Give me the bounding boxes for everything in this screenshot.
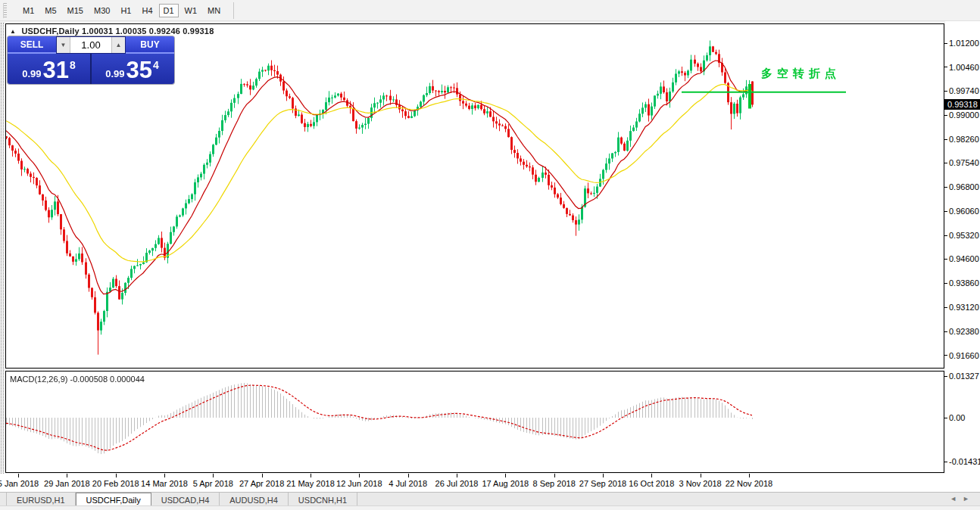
price-axis-label: 1.01200 bbox=[949, 39, 979, 48]
price-axis-label: 0.99740 bbox=[949, 86, 979, 95]
volume-increase-icon[interactable]: ▲ bbox=[111, 37, 125, 53]
timeframe-button-h4[interactable]: H4 bbox=[137, 4, 157, 17]
timeframe-button-d1[interactable]: D1 bbox=[159, 4, 179, 17]
price-axis-tick bbox=[944, 259, 947, 260]
sell-price-main: 31 bbox=[43, 59, 69, 82]
date-axis-tick bbox=[408, 474, 409, 477]
tab-usdcad-h4[interactable]: USDCAD,H4 bbox=[151, 493, 220, 505]
volume-decrease-icon[interactable]: ▼ bbox=[57, 37, 70, 53]
price-axis-tick bbox=[944, 115, 947, 116]
mt4-terminal: M1M5M15M30H1H4D1W1MN ▲ USDCHF,Daily 1.00… bbox=[0, 0, 980, 510]
macd-axis-tick bbox=[944, 418, 947, 418]
price-axis-label: 0.96060 bbox=[949, 207, 979, 216]
date-axis-label: 4 Jul 2018 bbox=[389, 479, 427, 488]
chart-ohlc-values: 1.00031 1.00035 0.99246 0.99318 bbox=[82, 26, 214, 36]
timeframe-button-m15[interactable]: M15 bbox=[63, 4, 88, 17]
macd-axis-label: 0.00 bbox=[949, 413, 965, 422]
tab-scroll-left-icon[interactable]: ◄ bbox=[950, 495, 963, 502]
sell-price-button[interactable]: 0.99 31 8 bbox=[8, 54, 90, 84]
date-axis-label: 20 Feb 2018 bbox=[92, 479, 139, 488]
timeframe-buttons: M1M5M15M30H1H4D1W1MN bbox=[17, 4, 226, 17]
buy-button[interactable]: BUY bbox=[126, 36, 174, 54]
date-axis-label: 21 May 2018 bbox=[286, 479, 335, 488]
price-axis-label: 1.00460 bbox=[949, 63, 979, 72]
buy-price-button[interactable]: 0.99 35 4 bbox=[90, 54, 173, 84]
price-axis-label: 0.98260 bbox=[949, 135, 979, 144]
collapse-triangle-icon[interactable]: ▲ bbox=[10, 28, 16, 35]
price-axis-tick bbox=[944, 331, 947, 332]
price-axis-label: 0.93860 bbox=[949, 278, 979, 288]
date-axis-tick bbox=[603, 474, 604, 477]
price-axis-label: 0.91660 bbox=[949, 351, 979, 360]
date-axis-tick bbox=[67, 474, 67, 477]
sell-button[interactable]: SELL bbox=[8, 36, 56, 54]
buy-price-pip: 4 bbox=[153, 59, 159, 71]
price-axis-tick bbox=[944, 211, 947, 212]
volume-spinner: ▼ 1.00 ▲ bbox=[56, 36, 126, 54]
price-axis-label: 0.94600 bbox=[949, 254, 979, 263]
tab-scroll-right-icon[interactable]: ► bbox=[963, 495, 975, 502]
price-axis-tick bbox=[944, 67, 947, 67]
price-axis-tick bbox=[944, 235, 947, 236]
date-axis-tick bbox=[457, 474, 457, 477]
toolbar-grip-handle[interactable] bbox=[3, 3, 7, 18]
volume-input[interactable]: 1.00 bbox=[70, 37, 111, 53]
price-axis-label: 0.95320 bbox=[949, 231, 979, 240]
chart-tabbar: EURUSD,H1USDCHF,DailyUSDCAD,H4AUDUSD,H4U… bbox=[0, 492, 980, 505]
current-price-badge: 0.99318 bbox=[944, 99, 980, 110]
sell-price-pip: 8 bbox=[70, 59, 76, 71]
date-axis-tick bbox=[311, 474, 311, 477]
timeframe-toolbar: M1M5M15M30H1H4D1W1MN bbox=[0, 0, 980, 21]
date-axis-label: 22 Nov 2018 bbox=[726, 479, 772, 488]
candlestick-chart-canvas[interactable] bbox=[5, 23, 944, 473]
price-axis-tick bbox=[944, 187, 947, 188]
price-axis-label: 0.93120 bbox=[949, 303, 979, 312]
window-edge-grip[interactable] bbox=[1, 23, 4, 505]
date-axis-label: 27 Sep 2018 bbox=[579, 479, 626, 488]
tab-eurusd-h1[interactable]: EURUSD,H1 bbox=[6, 493, 76, 505]
date-axis-tick bbox=[18, 474, 19, 477]
macd-axis-label: 0.01327 bbox=[949, 372, 979, 381]
chart-tabs: EURUSD,H1USDCHF,DailyUSDCAD,H4AUDUSD,H4U… bbox=[6, 493, 357, 505]
macd-axis-tick bbox=[944, 462, 947, 462]
date-axis-tick bbox=[701, 474, 701, 477]
date-axis-tick bbox=[749, 474, 750, 477]
tab-audusd-h4[interactable]: AUDUSD,H4 bbox=[220, 493, 289, 505]
date-axis-tick bbox=[651, 474, 652, 477]
timeframe-button-m5[interactable]: M5 bbox=[40, 4, 61, 17]
date-axis-label: 29 Jan 2018 bbox=[44, 479, 90, 488]
timeframe-button-w1[interactable]: W1 bbox=[180, 4, 202, 17]
date-axis-label: 3 Nov 2018 bbox=[679, 479, 721, 488]
date-axis-tick bbox=[359, 474, 360, 477]
timeframe-button-m30[interactable]: M30 bbox=[89, 4, 114, 17]
macd-axis-tick bbox=[944, 376, 947, 377]
buy-price-prefix: 0.99 bbox=[105, 68, 124, 79]
timeframe-button-m1[interactable]: M1 bbox=[18, 4, 39, 17]
price-axis-tick bbox=[944, 307, 947, 308]
one-click-trading-panel: SELL ▼ 1.00 ▲ BUY 0.99 31 8 0.99 35 4 bbox=[8, 36, 174, 84]
price-axis-tick bbox=[944, 43, 947, 44]
date-axis-label: 14 Mar 2018 bbox=[141, 479, 188, 488]
date-axis-label: 5 Jan 2018 bbox=[0, 479, 39, 488]
macd-axis-label: -0.01431 bbox=[949, 457, 980, 466]
date-axis-label: 12 Jun 2018 bbox=[336, 479, 382, 488]
price-axis-tick bbox=[944, 91, 947, 92]
date-axis: 5 Jan 201829 Jan 201820 Feb 201814 Mar 2… bbox=[0, 474, 980, 492]
date-axis-tick bbox=[505, 474, 506, 477]
date-axis-label: 8 Sep 2018 bbox=[532, 479, 575, 488]
status-strip bbox=[0, 505, 980, 510]
price-axis-label: 0.97540 bbox=[949, 158, 979, 167]
annotation-label[interactable]: 多空转折点 bbox=[761, 67, 841, 81]
tab-usdchf-daily[interactable]: USDCHF,Daily bbox=[76, 493, 151, 505]
buy-price-main: 35 bbox=[126, 59, 152, 82]
price-axis-tick bbox=[944, 283, 947, 284]
sell-price-prefix: 0.99 bbox=[22, 68, 41, 79]
tab-scroll-arrows[interactable]: ◄► bbox=[950, 495, 975, 502]
timeframe-button-mn[interactable]: MN bbox=[203, 4, 225, 17]
chart-title: ▲ USDCHF,Daily 1.00031 1.00035 0.99246 0… bbox=[10, 26, 214, 36]
date-axis-label: 17 Aug 2018 bbox=[482, 479, 529, 488]
date-axis-label: 16 Oct 2018 bbox=[629, 479, 674, 488]
tab-usdcnh-h1[interactable]: USDCNH,H1 bbox=[289, 493, 357, 505]
price-axis-tick bbox=[944, 139, 947, 140]
timeframe-button-h1[interactable]: H1 bbox=[116, 4, 136, 17]
